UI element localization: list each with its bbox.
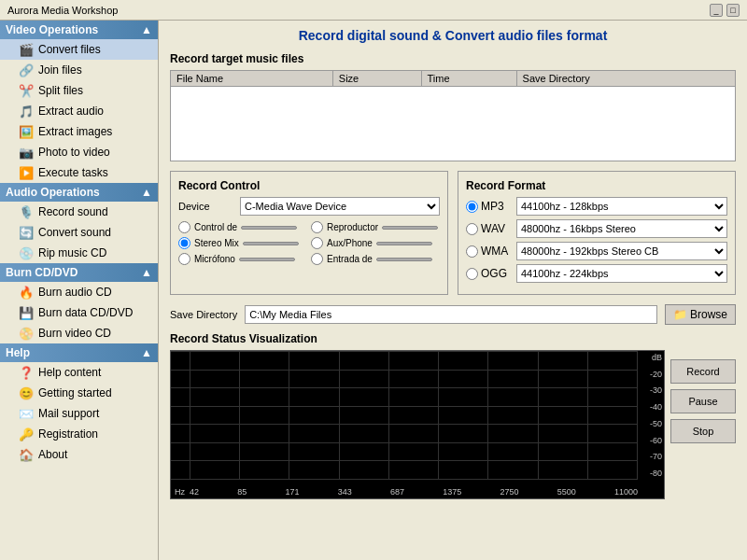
- radio-row-microfono: Micrófono: [178, 253, 307, 265]
- hz-label-1375: 1375: [443, 487, 461, 497]
- sidebar-item-burn-data-cd[interactable]: 💾Burn data CD/DVD: [0, 302, 158, 323]
- sidebar-section-burn[interactable]: Burn CD/DVD▲: [0, 263, 158, 282]
- format-label-wav: WAV: [481, 222, 505, 235]
- record-sound-icon: 🎙️: [19, 204, 34, 219]
- slider-aux-phone[interactable]: [376, 242, 432, 245]
- visualization-section: Record Status Visualization dB-20-30-40-…: [170, 332, 736, 499]
- radio-entrada-de[interactable]: [311, 253, 323, 265]
- radio-label-entrada-de: Entrada de: [327, 254, 373, 264]
- pause-button[interactable]: Pause: [670, 389, 736, 413]
- join-files-label: Join files: [38, 63, 82, 77]
- slider-stereo-mix[interactable]: [243, 242, 299, 245]
- rip-music-cd-label: Rip music CD: [38, 246, 106, 259]
- radio-control-de[interactable]: [178, 221, 190, 233]
- sidebar-item-extract-images[interactable]: 🖼️Extract images: [0, 121, 158, 142]
- radio-microfono[interactable]: [178, 253, 190, 265]
- hz-label-5500: 5500: [557, 487, 576, 497]
- slider-entrada-de[interactable]: [376, 258, 432, 261]
- sidebar-item-join-files[interactable]: 🔗Join files: [0, 60, 158, 80]
- format-select-mp3[interactable]: 44100hz - 128kbps: [516, 197, 727, 216]
- sidebar-item-getting-started[interactable]: 😊Getting started: [0, 383, 158, 403]
- rip-music-cd-icon: 💿: [19, 245, 34, 260]
- record-button[interactable]: Record: [670, 359, 736, 384]
- input-grid: Control de Reproductor Stereo Mix Aux/Ph…: [178, 221, 440, 265]
- format-radio-wma: WMA: [466, 245, 513, 258]
- extract-audio-icon: 🎵: [19, 104, 34, 119]
- extract-audio-label: Extract audio: [38, 105, 104, 118]
- about-icon: 🏠: [19, 447, 34, 462]
- col-header-save-directory: Save Directory: [516, 71, 735, 87]
- sidebar-item-execute-tasks[interactable]: ▶️Execute tasks: [0, 162, 158, 183]
- burn-audio-cd-label: Burn audio CD: [38, 286, 112, 299]
- stop-button[interactable]: Stop: [670, 419, 736, 443]
- help-content-label: Help content: [38, 366, 101, 379]
- sidebar-item-split-files[interactable]: ✂️Split files: [0, 80, 158, 101]
- format-input-wav[interactable]: [466, 223, 478, 235]
- registration-label: Registration: [38, 427, 98, 441]
- minimize-button[interactable]: _: [710, 4, 723, 17]
- radio-row-aux-phone: Aux/Phone: [311, 237, 440, 249]
- format-input-ogg[interactable]: [466, 268, 478, 280]
- convert-sound-icon: 🔄: [19, 225, 34, 240]
- slider-microfono[interactable]: [239, 258, 295, 261]
- format-select-wav[interactable]: 48000hz - 16kbps Stereo: [516, 219, 727, 238]
- format-input-wma[interactable]: [466, 245, 478, 258]
- sidebar-item-extract-audio[interactable]: 🎵Extract audio: [0, 101, 158, 121]
- file-table: File NameSizeTimeSave Directory: [170, 70, 736, 161]
- sidebar-item-convert-files[interactable]: 🎬Convert files: [0, 39, 158, 60]
- radio-row-entrada-de: Entrada de: [311, 253, 440, 265]
- about-label: About: [38, 448, 67, 461]
- radio-label-stereo-mix: Stereo Mix: [194, 238, 239, 248]
- radio-aux-phone[interactable]: [311, 237, 323, 249]
- format-input-mp3[interactable]: [466, 201, 478, 213]
- sidebar-item-burn-video-cd[interactable]: 📀Burn video CD: [0, 323, 158, 343]
- slider-reproductor[interactable]: [382, 226, 438, 230]
- main-container: Video Operations▲🎬Convert files🔗Join fil…: [0, 21, 747, 560]
- radio-label-microfono: Micrófono: [194, 254, 235, 264]
- db-label-neg40: -40: [638, 402, 664, 412]
- split-files-icon: ✂️: [19, 83, 34, 98]
- sidebar-item-convert-sound[interactable]: 🔄Convert sound: [0, 222, 158, 243]
- db-label-neg60: -60: [638, 436, 664, 445]
- hz-label-85: 85: [237, 487, 247, 497]
- format-select-wma[interactable]: 48000hz - 192kbps Stereo CB: [516, 242, 727, 260]
- browse-button[interactable]: 📁 Browse: [665, 304, 736, 325]
- save-dir-input[interactable]: [245, 305, 657, 324]
- hz-label-171: 171: [285, 487, 299, 497]
- sidebar-item-about[interactable]: 🏠About: [0, 444, 158, 465]
- burn-video-cd-icon: 📀: [19, 326, 34, 341]
- sidebar-section-help[interactable]: Help▲: [0, 343, 158, 362]
- sidebar-item-registration[interactable]: 🔑Registration: [0, 424, 158, 444]
- radio-label-aux-phone: Aux/Phone: [327, 238, 373, 248]
- device-select[interactable]: C-Media Wave Device: [240, 197, 440, 216]
- title-bar-buttons: _ □: [710, 4, 740, 17]
- record-control: Record Control Device C-Media Wave Devic…: [170, 171, 448, 295]
- page-title: Record digital sound & Convert audio fil…: [170, 28, 736, 43]
- sidebar-section-audio[interactable]: Audio Operations▲: [0, 183, 158, 202]
- sidebar-item-photo-to-video[interactable]: 📷Photo to video: [0, 142, 158, 162]
- sidebar-item-record-sound[interactable]: 🎙️Record sound: [0, 202, 158, 222]
- sidebar-item-help-content[interactable]: ❓Help content: [0, 362, 158, 383]
- format-label-ogg: OGG: [481, 267, 507, 280]
- extract-images-label: Extract images: [38, 125, 112, 138]
- col-header-file-name: File Name: [171, 71, 333, 87]
- radio-reproductor[interactable]: [311, 221, 323, 233]
- record-target-title: Record target music files: [170, 52, 736, 65]
- convert-files-label: Convert files: [38, 43, 101, 56]
- execute-tasks-label: Execute tasks: [38, 166, 108, 179]
- format-select-ogg[interactable]: 44100hz - 224kbps: [516, 264, 727, 283]
- viz-canvas: dB-20-30-40-50-60-70-80: [170, 350, 665, 499]
- sidebar-item-burn-audio-cd[interactable]: 🔥Burn audio CD: [0, 282, 158, 302]
- slider-control-de[interactable]: [241, 226, 297, 230]
- maximize-button[interactable]: □: [726, 4, 740, 17]
- col-header-time: Time: [421, 71, 516, 87]
- hz-start-label: Hz: [175, 487, 185, 497]
- sidebar-item-mail-support[interactable]: ✉️Mail support: [0, 403, 158, 424]
- db-label-neg20: -20: [638, 370, 664, 379]
- record-control-title: Record Control: [178, 179, 440, 192]
- sidebar-item-rip-music-cd[interactable]: 💿Rip music CD: [0, 243, 158, 263]
- format-radio-ogg: OGG: [466, 267, 513, 280]
- radio-stereo-mix[interactable]: [178, 237, 190, 249]
- record-format-title: Record Format: [466, 179, 727, 192]
- sidebar-section-video[interactable]: Video Operations▲: [0, 21, 158, 39]
